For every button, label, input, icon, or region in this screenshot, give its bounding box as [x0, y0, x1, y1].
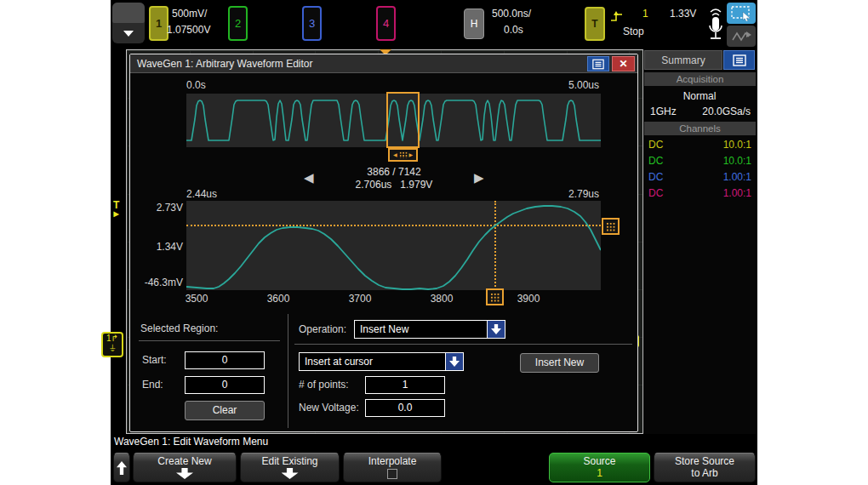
scope-photo: 1 500mV/ 1.07500V 2 3 4 H 500.0ns/ 0.0s … — [0, 0, 868, 485]
trigger-arrow-icon: ▶ — [113, 210, 119, 219]
sidebar-menu-button[interactable] — [723, 50, 755, 70]
voltage-cursor-handle[interactable] — [602, 218, 620, 235]
right-rule — [294, 344, 632, 345]
points-input[interactable]: 1 — [365, 376, 445, 394]
overview-start-time: 0.0s — [186, 79, 206, 91]
timebase-scale[interactable]: 500.0ns/ — [492, 8, 531, 20]
xtick-3600: 3600 — [260, 293, 297, 305]
ch3-coupling: DC — [648, 171, 663, 183]
operation-label: Operation: — [299, 323, 346, 335]
ytick-bottom: -46.3mV — [137, 277, 183, 288]
dialog-menu-button[interactable] — [587, 56, 609, 71]
store-source-softkey[interactable]: Store Source to Arb — [654, 453, 756, 482]
clear-button[interactable]: Clear — [185, 401, 265, 420]
trigger-level-marker[interactable]: T▶ — [113, 201, 119, 219]
operation-value: Insert New — [360, 323, 408, 335]
left-rule — [139, 340, 280, 341]
channel1-scale[interactable]: 500mV/ — [172, 8, 207, 20]
zoom-waveform-plot[interactable] — [186, 201, 601, 290]
channel4-label: 4 — [383, 17, 389, 30]
overview-end-time: 5.00us — [568, 79, 599, 91]
run-state: Stop — [623, 26, 644, 37]
xtick-3800: 3800 — [423, 293, 460, 305]
ch3-probe-ratio: 1.00:1 — [723, 171, 751, 183]
waveform-zigzag-icon — [731, 30, 751, 43]
menu-status-text: WaveGen 1: Edit Waveform Menu — [114, 436, 268, 448]
selected-region-heading: Selected Region: — [140, 322, 218, 334]
start-input[interactable]: 0 — [185, 351, 265, 369]
microphone-icon[interactable] — [706, 5, 725, 44]
interpolate-softkey[interactable]: Interpolate — [343, 453, 442, 482]
end-input[interactable]: 0 — [185, 376, 265, 394]
overview-selection-box[interactable] — [386, 92, 420, 148]
grip-dots-icon — [399, 151, 408, 158]
trigger-button[interactable]: T — [585, 7, 605, 41]
interpolate-checkbox[interactable] — [387, 469, 397, 479]
ch1-probe-ratio: 10.0:1 — [723, 139, 751, 151]
wavegen-editor-dialog: WaveGen 1: Arbitrary Waveform Editor ✕ 0… — [129, 54, 638, 432]
channel3-summary-row: DC 1.00:1 — [647, 171, 753, 186]
channel2-summary-row: DC 10.0:1 — [647, 155, 753, 170]
selection-tool-button[interactable] — [727, 3, 756, 24]
source-softkey[interactable]: Source 1 — [549, 453, 650, 482]
channel3-label: 3 — [309, 17, 315, 30]
xtick-3900: 3900 — [510, 293, 547, 305]
channel1-button[interactable]: 1 — [149, 6, 168, 41]
dropdown-arrow-icon[interactable] — [487, 320, 505, 339]
summary-tab-label: Summary — [661, 54, 705, 66]
insert-mode-dropdown[interactable]: Insert at cursor — [299, 352, 464, 371]
source-label: Source — [550, 455, 649, 467]
edge-trigger-icon — [610, 9, 624, 23]
horizontal-button[interactable]: H — [464, 9, 484, 39]
cursor-position: 3866 / 7142 — [309, 166, 479, 178]
trigger-source: 1 — [642, 8, 648, 20]
xtick-3500: 3500 — [178, 293, 215, 305]
selection-drag-handle[interactable]: ◀ ▶ — [388, 148, 418, 162]
channel1-ground-marker[interactable]: 1↱⏚ — [101, 332, 123, 357]
cursor-time: 2.706us — [356, 179, 392, 191]
summary-sidebar: Summary Acquisition Normal 1GHz 20.0GSa/… — [642, 49, 756, 434]
zoom-end-time: 2.79us — [568, 188, 599, 200]
channel1-offset[interactable]: 1.07500V — [167, 24, 210, 36]
acquisition-mode: Normal — [643, 90, 756, 102]
softkey-down-arrow-icon — [282, 468, 299, 479]
dropdown-arrow-icon[interactable] — [445, 352, 464, 371]
store-source-label2: to Arb — [691, 467, 717, 479]
zoom-start-time: 2.44us — [186, 188, 217, 200]
list-menu-icon — [592, 59, 604, 70]
operation-dropdown[interactable]: Insert New — [354, 320, 505, 339]
dialog-title-bar[interactable]: WaveGen 1: Arbitrary Waveform Editor ✕ — [130, 54, 637, 73]
dialog-title: WaveGen 1: Arbitrary Waveform Editor — [137, 58, 313, 70]
channel4-summary-row: DC 1.00:1 — [647, 187, 753, 203]
trigger-level[interactable]: 1.33V — [670, 8, 696, 20]
cursor-readout: 2.706us 1.979V — [309, 179, 479, 191]
time-cursor-handle[interactable] — [486, 288, 504, 305]
bandwidth: 1GHz — [650, 106, 677, 117]
voltage-label: New Voltage: — [299, 402, 359, 414]
channel2-button[interactable]: 2 — [228, 6, 248, 41]
voltage-input[interactable]: 0.0 — [365, 399, 445, 417]
waveform-tool-button[interactable] — [727, 26, 756, 47]
end-label: End: — [142, 379, 163, 391]
grip-dots-icon — [606, 222, 615, 231]
source-value: 1 — [597, 467, 602, 479]
close-icon: ✕ — [619, 58, 627, 70]
tab-summary[interactable]: Summary — [644, 50, 722, 70]
grip-dots-icon — [490, 293, 500, 302]
ytick-top: 2.73V — [137, 202, 183, 214]
channel3-button[interactable]: 3 — [302, 6, 322, 41]
insert-new-button[interactable]: Insert New — [520, 353, 599, 373]
channel2-label: 2 — [235, 17, 241, 30]
ch2-probe-ratio: 10.0:1 — [723, 155, 751, 167]
timebase-delay[interactable]: 0.0s — [504, 24, 523, 36]
channel1-label: 1 — [156, 17, 162, 30]
oscilloscope-screen: 1 500mV/ 1.07500V 2 3 4 H 500.0ns/ 0.0s … — [111, 0, 757, 485]
channel4-button[interactable]: 4 — [376, 6, 396, 41]
ch4-coupling: DC — [648, 187, 663, 199]
create-new-softkey[interactable]: Create New — [133, 453, 237, 482]
menu-back-button[interactable] — [113, 453, 130, 482]
dialog-close-button[interactable]: ✕ — [612, 56, 635, 71]
sidebar-dropdown-button[interactable] — [112, 3, 145, 43]
edit-existing-softkey[interactable]: Edit Existing — [240, 453, 340, 482]
trigger-label: T — [591, 18, 597, 30]
